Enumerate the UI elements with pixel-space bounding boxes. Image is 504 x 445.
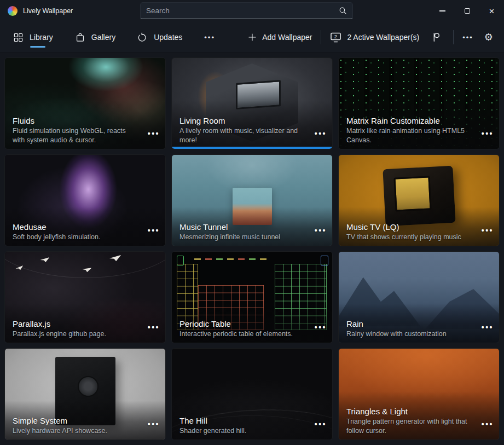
card-more-button[interactable]: ••• bbox=[482, 226, 494, 235]
paper-plane-icon bbox=[40, 257, 49, 262]
refresh-icon bbox=[137, 32, 148, 43]
card-overlay: Living Room A lively room with music, vi… bbox=[172, 101, 332, 149]
card-more-button[interactable]: ••• bbox=[315, 129, 327, 138]
search-box[interactable] bbox=[140, 2, 353, 19]
wallpaper-description: Shader generated hill. bbox=[179, 426, 325, 436]
gear-icon: ⚙ bbox=[484, 32, 493, 42]
wallpaper-card-living-room[interactable]: Living Room A lively room with music, vi… bbox=[171, 57, 333, 149]
card-overlay: Matrix Rain Customizable Matrix like rai… bbox=[339, 101, 499, 149]
wallpaper-grid: Fluids Fluid simulation using WebGL, rea… bbox=[0, 53, 504, 444]
card-more-button[interactable]: ••• bbox=[482, 129, 494, 138]
wallpaper-title: Rain bbox=[346, 319, 491, 328]
wallpaper-title: The Hill bbox=[179, 416, 325, 425]
add-wallpaper-button[interactable]: Add Wallpaper bbox=[248, 33, 312, 42]
navbar: Library Gallery Updates ••• Add Wallpape… bbox=[0, 22, 504, 53]
tab-library-label: Library bbox=[30, 33, 53, 42]
wallpaper-description: Triangle pattern generator with light th… bbox=[346, 417, 491, 435]
card-more-button[interactable]: ••• bbox=[482, 323, 494, 332]
nav-overflow-button[interactable]: ••• bbox=[204, 33, 215, 42]
active-count: 2 bbox=[334, 33, 337, 39]
card-more-button[interactable]: ••• bbox=[148, 129, 160, 138]
settings-button[interactable]: ⚙ bbox=[482, 31, 495, 43]
wallpaper-card-simple-system[interactable]: Simple System Lively hardware API showca… bbox=[4, 348, 166, 440]
wallpaper-card-parallax[interactable]: Parallax.js Parallax.js engine github pa… bbox=[4, 251, 166, 343]
nav-tabs: Library Gallery Updates ••• bbox=[13, 26, 215, 48]
wallpaper-title: Matrix Rain Customizable bbox=[346, 116, 491, 125]
wallpaper-title: Periodic Table bbox=[179, 319, 325, 328]
periodic-hydrogen-tile bbox=[177, 256, 184, 265]
wallpaper-title: Living Room bbox=[179, 116, 325, 125]
tab-updates[interactable]: Updates bbox=[137, 26, 182, 48]
paper-plane-icon bbox=[109, 255, 121, 261]
wallpaper-description: Rainy window with customization bbox=[346, 330, 491, 339]
paper-plane-icon bbox=[82, 267, 91, 273]
wallpaper-title: Fluids bbox=[13, 116, 158, 125]
card-more-button[interactable]: ••• bbox=[315, 323, 327, 332]
wallpaper-description: Fluid simulation using WebGL, reacts wit… bbox=[13, 126, 158, 145]
plus-icon bbox=[248, 33, 257, 42]
divider bbox=[321, 30, 321, 44]
card-overlay: Music Tunnel Mesmerizing infinite music … bbox=[172, 207, 332, 246]
monitor-icon: 2 bbox=[330, 32, 342, 43]
wallpaper-description: Soft body jellyfish simulation. bbox=[13, 233, 158, 242]
card-overlay: The Hill Shader generated hill. bbox=[172, 401, 332, 440]
periodic-helium-tile bbox=[321, 256, 328, 265]
card-more-button[interactable]: ••• bbox=[315, 420, 327, 429]
flag-icon bbox=[430, 31, 442, 43]
wallpaper-title: Triangles & Light bbox=[346, 407, 491, 416]
maximize-icon bbox=[465, 8, 470, 14]
app-title: Lively Wallpaper bbox=[23, 7, 73, 15]
card-more-button[interactable]: ••• bbox=[148, 226, 160, 235]
wallpaper-card-periodic-table[interactable]: Periodic Table Interactive periodic tabl… bbox=[171, 251, 333, 343]
wallpaper-description: Interactive periodic table of elements. bbox=[179, 330, 325, 339]
card-more-button[interactable]: ••• bbox=[482, 420, 494, 429]
wallpaper-card-triangles-light[interactable]: Triangles & Light Triangle pattern gener… bbox=[338, 348, 500, 440]
card-more-button[interactable]: ••• bbox=[148, 323, 160, 332]
wallpaper-title: Music Tunnel bbox=[179, 222, 325, 232]
wallpaper-card-rain[interactable]: Rain Rainy window with customization ••• bbox=[338, 251, 500, 343]
wallpaper-title: Medusae bbox=[13, 222, 158, 232]
wallpaper-card-music-tv[interactable]: Music TV (LQ) TV that shows currently pl… bbox=[338, 154, 500, 246]
wallpaper-description: TV that shows currently playing music bbox=[346, 233, 491, 242]
close-button[interactable]: × bbox=[479, 0, 504, 22]
shopping-bag-icon bbox=[75, 32, 85, 43]
nav-actions: Add Wallpaper 2 2 Active Wallpaper(s) ••… bbox=[248, 30, 495, 44]
wallpaper-card-medusae[interactable]: Medusae Soft body jellyfish simulation. … bbox=[4, 154, 166, 246]
wallpaper-title: Simple System bbox=[13, 416, 158, 425]
card-overlay: Triangles & Light Triangle pattern gener… bbox=[339, 391, 499, 440]
card-overlay: Simple System Lively hardware API showca… bbox=[5, 401, 165, 440]
wallpaper-title: Music TV (LQ) bbox=[346, 222, 491, 232]
card-overlay: Periodic Table Interactive periodic tabl… bbox=[172, 304, 332, 343]
card-overlay: Music TV (LQ) TV that shows currently pl… bbox=[339, 207, 499, 246]
wallpaper-card-music-tunnel[interactable]: Music Tunnel Mesmerizing infinite music … bbox=[171, 154, 333, 246]
card-more-button[interactable]: ••• bbox=[148, 420, 160, 429]
whats-new-button[interactable] bbox=[428, 30, 444, 44]
search-icon[interactable] bbox=[333, 6, 352, 15]
tab-gallery[interactable]: Gallery bbox=[75, 26, 115, 48]
paper-plane-icon bbox=[15, 265, 23, 270]
close-icon: × bbox=[489, 7, 495, 16]
active-wallpapers-label: 2 Active Wallpaper(s) bbox=[347, 33, 419, 42]
minimize-icon bbox=[439, 10, 445, 11]
active-wallpapers-button[interactable]: 2 2 Active Wallpaper(s) bbox=[330, 32, 419, 43]
card-overlay: Medusae Soft body jellyfish simulation. bbox=[5, 207, 165, 246]
window-controls: × bbox=[430, 0, 504, 22]
wallpaper-description: Parallax.js engine github page. bbox=[13, 330, 158, 339]
divider bbox=[453, 30, 454, 44]
wallpaper-card-matrix-rain[interactable]: Matrix Rain Customizable Matrix like rai… bbox=[338, 57, 500, 149]
nav-more-button[interactable]: ••• bbox=[462, 33, 473, 42]
card-more-button[interactable]: ••• bbox=[315, 226, 327, 235]
tab-library[interactable]: Library bbox=[13, 26, 53, 48]
tab-gallery-label: Gallery bbox=[91, 33, 115, 42]
wallpaper-card-fluids[interactable]: Fluids Fluid simulation using WebGL, rea… bbox=[4, 57, 166, 149]
app-logo-icon bbox=[8, 6, 18, 16]
wallpaper-description: Matrix like rain animation using HTML5 C… bbox=[346, 126, 491, 145]
search-input[interactable] bbox=[141, 3, 333, 19]
titlebar: Lively Wallpaper × bbox=[0, 0, 504, 22]
maximize-button[interactable] bbox=[455, 0, 479, 22]
add-wallpaper-label: Add Wallpaper bbox=[262, 33, 312, 42]
minimize-button[interactable] bbox=[430, 0, 455, 22]
wallpaper-description: Lively hardware API showcase. bbox=[13, 426, 158, 436]
wallpaper-card-the-hill[interactable]: The Hill Shader generated hill. ••• bbox=[171, 348, 333, 440]
wallpaper-description: A lively room with music, visualizer and… bbox=[179, 126, 325, 145]
